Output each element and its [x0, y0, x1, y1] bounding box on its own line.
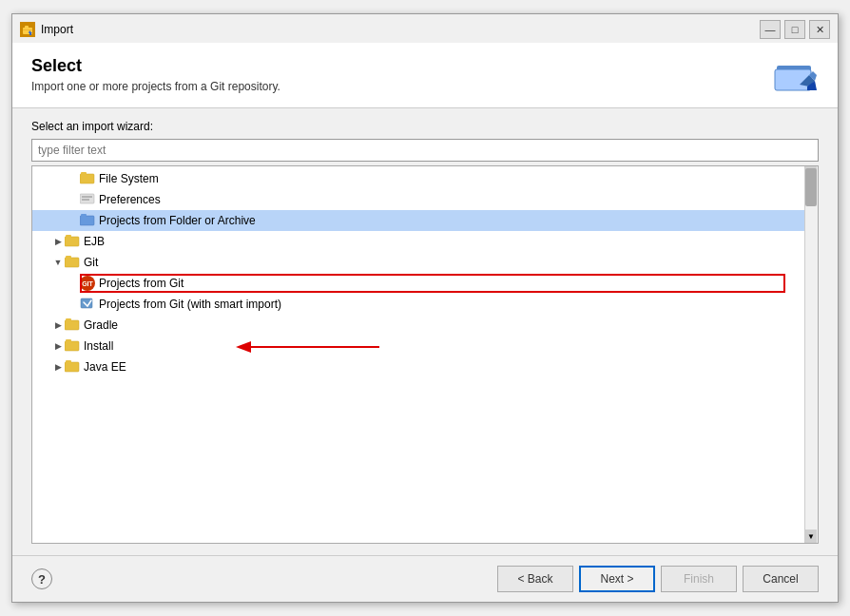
expand-gradle[interactable]: ▶: [51, 318, 65, 332]
svg-rect-22: [81, 298, 92, 308]
svg-rect-10: [80, 194, 94, 203]
folder-javaee-icon: [65, 359, 80, 375]
page-subtitle: Import one or more projects from a Git r…: [31, 80, 280, 93]
svg-rect-13: [80, 216, 94, 225]
folder-ejb-icon: [65, 234, 80, 250]
no-expand: [67, 214, 80, 227]
filter-input[interactable]: [31, 139, 819, 162]
svg-rect-16: [65, 237, 79, 246]
scroll-down[interactable]: ▼: [805, 529, 817, 543]
item-label-ejb: EJB: [84, 235, 105, 248]
folder-gradle-icon: [65, 318, 80, 334]
svg-rect-2: [25, 26, 29, 29]
svg-rect-25: [66, 318, 71, 321]
git-project-icon: GIT: [80, 276, 95, 291]
back-button[interactable]: < Back: [497, 566, 573, 592]
no-expand: [67, 193, 80, 206]
footer-left: ?: [31, 568, 52, 589]
expand-git[interactable]: ▼: [51, 256, 65, 269]
title-bar-controls: — □ ✕: [760, 20, 830, 39]
tree-item-projects-folder[interactable]: Projects from Folder or Archive: [32, 210, 804, 231]
section-label: Select an import wizard:: [31, 120, 819, 133]
close-button[interactable]: ✕: [809, 20, 830, 39]
tree-item-install[interactable]: ▶ Install: [32, 336, 804, 356]
footer-section: ? < Back Next > Finish Cancel: [12, 555, 838, 602]
item-label-install: Install: [84, 339, 113, 353]
window-title: Import: [41, 23, 760, 36]
item-label-git: Git: [84, 256, 98, 269]
maximize-button[interactable]: □: [784, 20, 805, 39]
tree-item-javaee[interactable]: ▶ Java EE: [32, 356, 804, 377]
page-title: Select: [31, 56, 280, 76]
svg-rect-18: [66, 235, 71, 238]
folder-icon: [80, 171, 95, 187]
svg-rect-23: [65, 320, 79, 330]
svg-rect-15: [81, 214, 87, 217]
finish-button[interactable]: Finish: [661, 566, 737, 592]
header-text: Select Import one or more projects from …: [31, 56, 280, 93]
tree-scroll[interactable]: File System Preferences: [32, 166, 818, 543]
svg-rect-28: [66, 339, 71, 342]
title-bar: Import — □ ✕: [12, 14, 838, 43]
svg-rect-29: [65, 362, 79, 372]
cancel-button[interactable]: Cancel: [743, 566, 819, 592]
item-label-gradle: Gradle: [84, 318, 118, 332]
tree-item-gradle[interactable]: ▶ Gradle: [32, 315, 804, 336]
content-area: Select an import wizard: File System: [12, 108, 838, 555]
no-expand: [67, 172, 80, 185]
item-label-preferences: Preferences: [99, 193, 161, 206]
expand-install[interactable]: ▶: [51, 339, 65, 353]
header-icon: [773, 56, 819, 94]
expand-ejb[interactable]: ▶: [51, 235, 65, 248]
no-expand-smart: [67, 298, 80, 311]
import-dialog: Import — □ ✕ Select Import one or more p…: [11, 13, 839, 603]
tree-item-git[interactable]: ▼ Git: [32, 252, 804, 273]
tree-item-projects-from-git[interactable]: GIT Projects from Git: [32, 273, 804, 294]
folder-install-icon: [65, 338, 80, 355]
tree-item-filesystem[interactable]: File System: [32, 168, 804, 189]
expand-javaee[interactable]: ▶: [51, 360, 65, 374]
folder-git-icon: [65, 255, 80, 271]
item-label-filesystem: File System: [99, 172, 159, 185]
tree-item-preferences[interactable]: Preferences: [32, 189, 804, 210]
header-section: Select Import one or more projects from …: [12, 43, 838, 108]
item-label-projects-from-git-smart: Projects from Git (with smart import): [99, 298, 281, 311]
tree-item-projects-from-git-smart[interactable]: Projects from Git (with smart import): [32, 294, 804, 315]
next-button[interactable]: Next >: [579, 566, 655, 592]
preferences-icon: [80, 192, 95, 208]
svg-rect-19: [65, 258, 79, 267]
tree-container: File System Preferences: [31, 165, 819, 544]
minimize-button[interactable]: —: [760, 20, 781, 39]
tree-item-ejb[interactable]: ▶ EJB: [32, 231, 804, 252]
item-label-javaee: Java EE: [84, 360, 126, 374]
help-button[interactable]: ?: [31, 568, 52, 589]
scrollbar-thumb[interactable]: [805, 168, 817, 206]
smart-import-icon: [80, 297, 95, 313]
scrollbar-track: ▲ ▼: [804, 166, 818, 543]
svg-rect-21: [66, 256, 71, 259]
svg-rect-26: [65, 341, 79, 351]
item-label-projects-folder: Projects from Folder or Archive: [99, 214, 256, 227]
svg-rect-7: [80, 174, 94, 183]
svg-rect-31: [66, 360, 71, 363]
no-expand-git: [67, 277, 80, 290]
item-label-projects-from-git: Projects from Git: [99, 277, 184, 290]
folder-blue-icon: [80, 213, 95, 229]
footer-buttons: < Back Next > Finish Cancel: [497, 566, 819, 592]
svg-rect-9: [81, 172, 87, 175]
window-icon: [20, 22, 35, 37]
svg-rect-3: [23, 29, 32, 30]
tree-item-wrapper-git: GIT Projects from Git: [32, 273, 804, 294]
